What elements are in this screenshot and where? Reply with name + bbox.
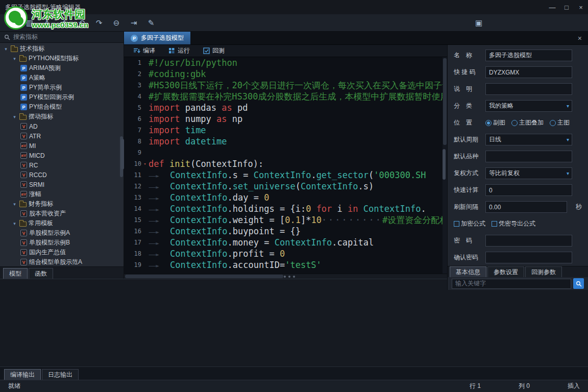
tree-item[interactable]: PPY组合模型 — [0, 102, 124, 112]
radio-option[interactable]: 主图 — [550, 118, 570, 127]
redo-icon[interactable]: ↷ — [94, 18, 104, 28]
password-field[interactable] — [485, 235, 572, 247]
default-period-select[interactable]: 日线▾ — [485, 134, 572, 145]
tree-item[interactable]: ▾常用模板 — [0, 218, 124, 228]
code-line: 12→ContextInfo.set_universe(ContextInfo.… — [124, 181, 447, 192]
expander-icon[interactable]: ▾ — [12, 221, 17, 226]
code-token: 0 — [264, 192, 269, 203]
indicator-search-input[interactable]: 搜索指标 — [0, 32, 124, 43]
tree-item[interactable]: aVMICD — [0, 151, 124, 160]
search-button[interactable] — [573, 278, 584, 289]
code-text: #coding:gbk — [149, 69, 206, 79]
expander-icon[interactable]: ▾ — [12, 56, 17, 61]
keyword-search-input[interactable]: 输入关键字 — [452, 279, 571, 289]
tab-compile-output[interactable]: 编译输出 — [4, 369, 41, 380]
tree-item-label: PY简单示例 — [29, 83, 62, 92]
tree-item[interactable]: VSRMI — [0, 180, 124, 189]
tree-item[interactable]: PPY模型回测示例 — [0, 92, 124, 102]
close-icon[interactable]: × — [578, 34, 588, 42]
editor-splitter-handle[interactable] — [443, 149, 446, 180]
default-symbol-field[interactable] — [485, 151, 572, 162]
field-label: 分 类 — [454, 102, 485, 110]
code-token: . — [311, 170, 316, 180]
expander-icon[interactable]: ▾ — [3, 46, 9, 52]
properties-tabs: 基本信息参数设置回测参数 — [448, 266, 588, 277]
formula-icon: V — [20, 249, 27, 256]
checkbox-option[interactable]: 加密公式 — [454, 219, 485, 228]
encrypt-options: 加密公式凭密导出公式 — [454, 219, 535, 228]
description-field[interactable] — [485, 83, 572, 95]
run-button[interactable]: 运行 — [168, 46, 190, 55]
formula-icon: V — [20, 259, 27, 265]
code-token — [311, 204, 316, 214]
tab-model[interactable]: 模型 — [3, 268, 28, 279]
tree-item[interactable]: V国内生产总值 — [0, 248, 124, 257]
confirm-password-field[interactable] — [485, 252, 572, 263]
code-line: 17→ContextInfo.money = ContextInfo.capit… — [124, 237, 447, 248]
code-text: →ContextInfo.s = ContextInfo.get_sector(… — [149, 170, 426, 180]
code-editor[interactable]: 1#!/usr/bin/python2#coding:gbk3#HS300日线下… — [124, 57, 447, 274]
tree-item[interactable]: V组合模型单股示范A — [0, 257, 124, 266]
tree-item[interactable]: PA策略 — [0, 73, 124, 83]
tree-item[interactable]: V单股模型示例A — [0, 228, 124, 238]
refresh-interval-field[interactable]: 0.00 — [485, 201, 567, 213]
zoom-out-icon[interactable]: ⊖ — [111, 18, 121, 28]
checkbox-option[interactable]: 凭密导出公式 — [492, 219, 535, 228]
tree-item[interactable]: ▾摆动指标 — [0, 112, 124, 121]
clipboard-icon[interactable]: ▣ — [474, 18, 484, 28]
code-token: as — [222, 103, 232, 113]
code-area: 1#!/usr/bin/python2#coding:gbk3#HS300日线下… — [124, 57, 447, 271]
tree-item[interactable]: ▾财务指标 — [0, 199, 124, 209]
formula-icon: aV — [20, 152, 27, 159]
category-select[interactable]: 我的策略▾ — [485, 100, 572, 112]
radio-label: 副图 — [493, 118, 505, 127]
tab-log-output[interactable]: 日志输出 — [42, 369, 79, 380]
form-row: 复权方式等比前复权▾ — [448, 165, 588, 182]
tree-item[interactable]: ▾PYTHON模型指标 — [0, 54, 124, 63]
radio-option[interactable]: 副图 — [485, 118, 505, 127]
python-model-icon: P — [20, 65, 27, 71]
code-token: def — [149, 159, 164, 169]
backtest-button[interactable]: 回测 — [203, 46, 225, 55]
expander-icon[interactable]: ▾ — [12, 202, 17, 207]
formula-icon: V — [20, 181, 27, 188]
field-label: 位 置 — [454, 118, 485, 127]
tree-item[interactable]: VRCCD — [0, 170, 124, 180]
tab-backtest-params[interactable]: 回测参数 — [525, 266, 562, 277]
status-right-group: 行 1 列 0 插入 — [470, 382, 580, 390]
tab-param-settings[interactable]: 参数设置 — [487, 266, 524, 277]
editor-hscrollbar[interactable] — [124, 274, 447, 279]
hscroll-handle[interactable] — [125, 275, 283, 278]
vscroll-handle[interactable] — [443, 58, 447, 145]
minimize-button[interactable]: — — [545, 0, 559, 14]
tree-item[interactable]: ▾技术指标 — [0, 44, 124, 54]
tree-item[interactable]: VAD — [0, 121, 124, 131]
shortcut-code-field[interactable]: DYZXGMX — [485, 66, 572, 78]
name-field[interactable]: 多因子选股模型 — [485, 50, 572, 61]
tree-item[interactable]: V股本营收资产 — [0, 209, 124, 218]
splitter-grip[interactable] — [288, 276, 290, 278]
tree-item[interactable]: aVMI — [0, 141, 124, 151]
tree-item[interactable]: aV涨幅 — [0, 189, 124, 199]
tree-item[interactable]: VRC — [0, 160, 124, 170]
tab-function[interactable]: 函数 — [29, 268, 53, 279]
tab-arrow-icon: → — [149, 206, 209, 213]
export-icon[interactable]: ⇥ — [129, 18, 139, 28]
close-button[interactable]: × — [574, 0, 588, 14]
tree-item[interactable]: VATR — [0, 131, 124, 141]
adjust-method-select[interactable]: 等比前复权▾ — [485, 167, 572, 179]
compile-button[interactable]: 编译 — [133, 46, 155, 55]
edit-icon[interactable]: ✎ — [146, 18, 156, 28]
line-number: 2 — [124, 70, 141, 78]
tree-item[interactable]: PPY简单示例 — [0, 83, 124, 92]
code-line: 1#!/usr/bin/python — [124, 57, 447, 68]
editor-tab[interactable]: P 多因子选股模型 — [124, 32, 190, 44]
sidebar-splitter-handle[interactable] — [121, 139, 124, 169]
tree-item[interactable]: PARIMA预测 — [0, 63, 124, 73]
maximize-button[interactable]: □ — [559, 0, 574, 14]
tab-basic-info[interactable]: 基本信息 — [450, 266, 486, 277]
radio-option[interactable]: 主图叠加 — [511, 118, 544, 127]
tree-item[interactable]: V单股模型示例B — [0, 238, 124, 248]
quick-calc-field[interactable]: 0 — [485, 184, 572, 196]
expander-icon[interactable]: ▾ — [12, 114, 17, 119]
